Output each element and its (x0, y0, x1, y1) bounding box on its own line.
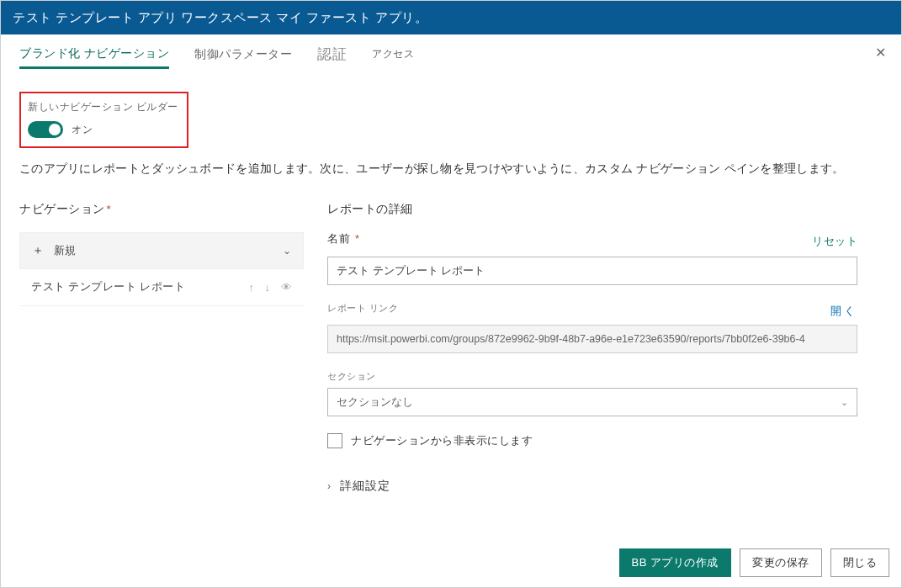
details-column: レポートの詳細 名前 * リセット レポート リンク 開く セクション (327, 202, 883, 494)
report-link-input[interactable] (327, 325, 857, 353)
chevron-down-icon: ⌄ (283, 245, 291, 257)
tab-branding-navigation[interactable]: ブランド化 ナビゲーション (19, 38, 169, 69)
advanced-settings-toggle[interactable]: › 詳細設定 (327, 479, 857, 494)
section-field-block: セクション セクションなし ⌄ (327, 370, 857, 416)
nav-builder-label: 新しいナビゲーション ビルダー (28, 100, 178, 114)
hide-checkbox[interactable] (327, 433, 342, 448)
create-app-button[interactable]: BB アプリの作成 (619, 548, 731, 577)
nav-item-row[interactable]: テスト テンプレート レポート ↑ ↓ 👁 (19, 269, 304, 306)
move-down-icon[interactable]: ↓ (265, 281, 271, 294)
navigation-heading: ナビゲーション* (19, 202, 304, 217)
report-link-label: レポート リンク (327, 302, 398, 315)
chevron-right-icon: › (327, 480, 332, 492)
tab-access[interactable]: アクセス (372, 39, 414, 68)
move-up-icon[interactable]: ↑ (249, 281, 255, 294)
save-changes-button[interactable]: 変更の保存 (740, 548, 822, 577)
section-select[interactable]: セクションなし ⌄ (327, 388, 857, 416)
tab-control-parameters[interactable]: 制御パラメーター (194, 39, 292, 69)
plus-icon: ＋ (32, 243, 44, 258)
nav-builder-highlight: 新しいナビゲーション ビルダー オン (19, 92, 188, 148)
chevron-down-icon: ⌄ (841, 397, 848, 408)
name-label: 名前 * (327, 232, 359, 246)
page-title: テスト テンプレート アプリ ワークスペース マイ ファースト アプリ。 (13, 10, 427, 26)
nav-builder-toggle[interactable] (28, 121, 63, 138)
new-item-button[interactable]: ＋ 新規 ⌄ (19, 232, 304, 269)
link-field-block: レポート リンク 開く (327, 302, 857, 353)
tab-certification[interactable]: 認証 (317, 36, 347, 71)
open-link[interactable]: 開く (830, 304, 857, 319)
close-button[interactable]: 閉じる (830, 548, 890, 577)
required-marker: * (355, 233, 359, 245)
section-value: セクションなし (337, 395, 413, 410)
hide-checkbox-row: ナビゲーションから非表示にします (327, 433, 857, 448)
navigation-column: ナビゲーション* ＋ 新規 ⌄ テスト テンプレート レポート ↑ ↓ 👁 (19, 202, 304, 494)
close-icon[interactable]: ✕ (875, 45, 886, 61)
description-text: このアプリにレポートとダッシュボードを追加します。次に、ユーザーが探し物を見つけ… (19, 162, 883, 177)
name-field-block: 名前 * リセット (327, 232, 857, 285)
footer-bar: BB アプリの作成 変更の保存 閉じる (1, 538, 901, 587)
section-label: セクション (327, 370, 857, 383)
hide-checkbox-label: ナビゲーションから非表示にします (351, 433, 533, 448)
header-bar: テスト テンプレート アプリ ワークスペース マイ ファースト アプリ。 (1, 1, 901, 34)
details-heading: レポートの詳細 (327, 202, 857, 217)
content-area: 新しいナビゲーション ビルダー オン このアプリにレポートとダッシュボードを追加… (1, 73, 901, 494)
new-item-label: 新規 (54, 243, 76, 258)
advanced-label: 詳細設定 (340, 479, 390, 494)
name-input[interactable] (327, 257, 857, 285)
reset-link[interactable]: リセット (812, 235, 857, 249)
visibility-icon[interactable]: 👁 (281, 281, 293, 294)
nav-item-label: テスト テンプレート レポート (31, 280, 185, 294)
nav-builder-state: オン (72, 123, 93, 137)
required-marker: * (107, 203, 112, 215)
nav-item-actions: ↑ ↓ 👁 (249, 281, 293, 294)
tab-bar: ブランド化 ナビゲーション 制御パラメーター 認証 アクセス ✕ (1, 34, 901, 73)
